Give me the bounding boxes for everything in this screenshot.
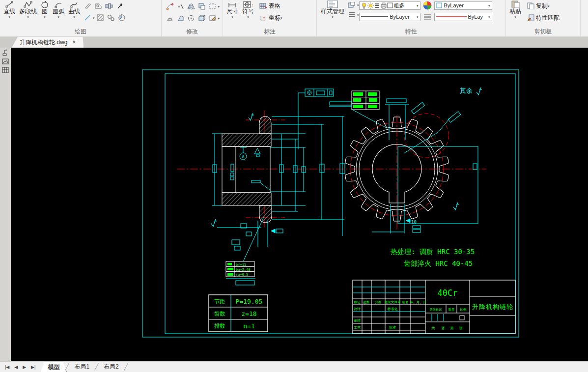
status-bar: |◀ ◀ ▶ ▶| 模型 布局1 布局2 xyxy=(0,361,588,372)
tolerance-table xyxy=(329,91,387,128)
tab-layout2[interactable]: 布局2 xyxy=(97,362,126,372)
chevron-down-icon[interactable]: ▾ xyxy=(27,15,29,19)
coordinate-button[interactable]: + 坐标 ▾ xyxy=(258,12,282,24)
line-icon xyxy=(5,0,13,8)
pie-region-icon[interactable] xyxy=(116,13,127,23)
region-icon[interactable] xyxy=(93,1,104,11)
style-manager-icon xyxy=(327,0,338,8)
ribbon: 直线 ▾ 多段线 ▾ 圆 ▾ 圆弧 ▾ 曲线 ▾ xyxy=(0,0,588,37)
sun-icon xyxy=(367,2,374,9)
nav-next-button[interactable]: ▶ xyxy=(23,365,26,370)
curve-button[interactable]: 曲线 ▾ xyxy=(66,0,82,19)
chevron-down-icon[interactable]: ▾ xyxy=(488,15,490,19)
lineweight-list-icon[interactable] xyxy=(422,12,433,22)
linetype-select[interactable]: ByLayer ▾ xyxy=(359,13,420,21)
svg-text:张: 张 xyxy=(442,326,445,330)
chevron-down-icon[interactable]: ▾ xyxy=(57,15,59,19)
view-tool-icon[interactable] xyxy=(1,49,9,57)
match-properties-button[interactable]: 特性匹配 xyxy=(525,12,560,24)
3d-orbit-icon[interactable] xyxy=(196,13,207,23)
circle-button[interactable]: 圆 ▾ xyxy=(39,0,51,19)
line-button[interactable]: 直线 ▾ xyxy=(1,0,17,19)
table-button[interactable]: + 表格 xyxy=(258,0,282,12)
lineweight-icon[interactable] xyxy=(346,10,357,20)
chevron-down-icon[interactable]: ▾ xyxy=(332,15,334,19)
copy-icon xyxy=(525,1,536,11)
chevron-down-icon[interactable]: ▾ xyxy=(44,15,46,19)
section-view: A xyxy=(222,113,272,223)
dimension-button[interactable]: 尺寸 ▾ xyxy=(224,0,240,19)
symbol-icon: .1 xyxy=(243,0,253,8)
rotate-icon[interactable] xyxy=(186,13,196,23)
ribbon-group-clipboard: 粘贴 ▾ 复制 ▾ 特性匹配 剪切板 xyxy=(506,0,581,37)
circle-icon xyxy=(41,0,49,8)
chevron-down-icon[interactable]: ▾ xyxy=(231,15,233,19)
layer-select[interactable]: 粗多 ▾ xyxy=(359,1,420,10)
svg-text:+: + xyxy=(263,15,265,20)
cad-drawing: A xyxy=(11,48,588,361)
svg-text:bf=11: bf=11 xyxy=(236,263,246,267)
chevron-down-icon[interactable]: ▾ xyxy=(548,4,550,8)
color-wheel-icon[interactable] xyxy=(422,0,433,10)
stretch-icon[interactable] xyxy=(165,13,175,23)
close-icon[interactable]: × xyxy=(72,39,76,46)
symbol-button[interactable]: .1 符号 ▾ xyxy=(240,0,256,19)
chevron-down-icon[interactable]: ▾ xyxy=(218,5,220,8)
group-label-clipboard: 剪切板 xyxy=(506,28,580,36)
cursor-arrow-icon[interactable] xyxy=(114,1,125,11)
datum-a-label: A xyxy=(242,155,245,159)
curve-icon xyxy=(70,0,78,8)
color-select[interactable]: ByLayer ▾ xyxy=(434,1,492,10)
svg-text:比例: 比例 xyxy=(460,308,467,312)
gears-icon[interactable] xyxy=(106,13,116,23)
svg-text:分区: 分区 xyxy=(375,300,382,304)
fillet-icon[interactable] xyxy=(165,1,175,11)
grid-table-icon[interactable] xyxy=(1,66,9,74)
chevron-down-icon[interactable]: ▾ xyxy=(8,15,10,19)
parallel-lines-icon[interactable] xyxy=(82,1,93,11)
chevron-down-icon[interactable]: ▾ xyxy=(280,16,282,20)
svg-text:ba=2.48: ba=2.48 xyxy=(236,268,251,272)
chevron-down-icon[interactable]: ▾ xyxy=(73,15,75,19)
paste-icon xyxy=(511,0,520,8)
svg-text:热处理: 调质 HRC 30-35: 热处理: 调质 HRC 30-35 xyxy=(391,248,475,256)
style-manager-button[interactable]: 样式管理 ▾ xyxy=(319,0,346,19)
ribbon-group-modify: ▾ ▾ 修改 xyxy=(162,0,223,37)
layer-tools-icon[interactable] xyxy=(346,0,357,10)
join-icon[interactable] xyxy=(196,1,207,11)
chevron-down-icon[interactable]: ▾ xyxy=(247,15,249,19)
nav-prev-button[interactable]: ◀ xyxy=(14,365,18,370)
dim-color-select[interactable]: ByLay ▾ xyxy=(434,13,492,21)
copy-button[interactable]: 复制 ▾ xyxy=(525,0,560,12)
svg-text:签名: 签名 xyxy=(402,300,409,304)
tab-model[interactable]: 模型 xyxy=(40,362,67,372)
drawing-canvas[interactable]: A xyxy=(11,48,588,361)
chevron-down-icon[interactable]: ▾ xyxy=(218,17,220,20)
chamfer-icon[interactable] xyxy=(175,13,186,23)
rectangle-tool-icon[interactable] xyxy=(207,1,218,11)
chevron-down-icon[interactable]: ▾ xyxy=(417,15,419,19)
sprocket-dimensions xyxy=(372,99,478,233)
offset-icon[interactable] xyxy=(175,1,186,11)
chevron-down-icon[interactable]: ▾ xyxy=(514,15,516,19)
image-frame-icon[interactable] xyxy=(1,57,9,65)
hatch-icon[interactable] xyxy=(95,13,106,23)
nav-last-button[interactable]: ▶| xyxy=(31,365,35,370)
paste-button[interactable]: 粘贴 ▾ xyxy=(507,0,523,19)
chevron-down-icon[interactable]: ▾ xyxy=(488,4,490,7)
dimension-icon xyxy=(228,0,237,8)
document-tab[interactable]: 升降机构链轮.dwg × xyxy=(12,37,84,48)
mirror-icon[interactable] xyxy=(186,1,196,11)
hatch-edit-icon[interactable] xyxy=(207,13,218,23)
svg-text:批准: 批准 xyxy=(389,326,396,330)
keyway-width-dim: 10 xyxy=(411,220,417,225)
arc-button[interactable]: 圆弧 ▾ xyxy=(51,0,66,19)
polyline-button[interactable]: 多段线 ▾ xyxy=(17,0,39,19)
chevron-down-icon[interactable]: ▾ xyxy=(417,4,419,7)
construction-line-icon[interactable] xyxy=(82,13,93,23)
ribbon-group-properties: 样式管理 ▾ ▾ ▾ xyxy=(317,0,506,37)
freeze-icon xyxy=(374,2,380,9)
tab-layout1[interactable]: 布局1 xyxy=(67,362,96,372)
nav-first-button[interactable]: |◀ xyxy=(5,365,9,370)
bolt-icon[interactable] xyxy=(104,1,114,11)
